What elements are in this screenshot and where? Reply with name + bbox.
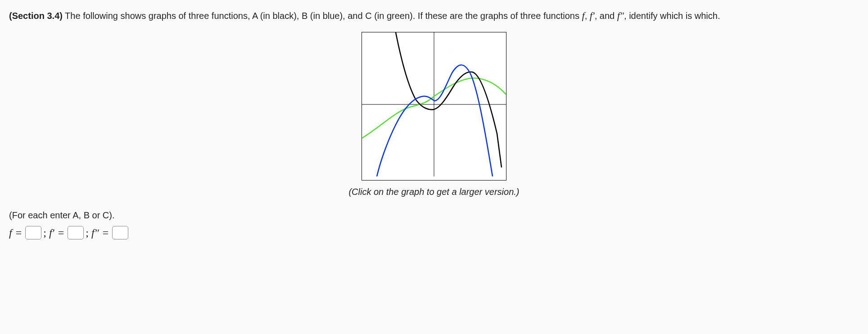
fpp-label: f″	[91, 225, 99, 241]
math-fprime: f′	[590, 10, 595, 21]
answer-row: f = ; f′ = ; f″ =	[9, 225, 859, 241]
f-label: f	[9, 225, 12, 241]
sep-2: ;	[86, 225, 89, 241]
fprime-label: f′	[49, 225, 54, 241]
comma-2: , and	[595, 11, 617, 21]
curve-a-black	[396, 32, 502, 167]
eq-2: =	[58, 225, 64, 241]
fpp-input[interactable]	[112, 226, 128, 239]
math-fpp: f″	[617, 10, 624, 21]
fprime-input[interactable]	[68, 226, 84, 239]
comma-1: ,	[585, 11, 590, 21]
section-label: (Section 3.4)	[9, 11, 63, 21]
graph-container: (Click on the graph to get a larger vers…	[9, 32, 859, 199]
curve-b-blue	[377, 65, 493, 176]
sep-1: ;	[43, 225, 46, 241]
intro-text-1: The following shows graphs of three func…	[63, 11, 582, 21]
intro-text-2: , identify which is which.	[624, 11, 720, 21]
instruction-text: (For each enter A, B or C).	[9, 208, 859, 222]
f-input[interactable]	[25, 226, 41, 239]
graph-svg	[362, 32, 506, 176]
graph-image[interactable]	[362, 32, 506, 181]
eq-1: =	[16, 225, 22, 241]
eq-3: =	[103, 225, 109, 241]
question-text: (Section 3.4) The following shows graphs…	[9, 8, 859, 23]
graph-caption: (Click on the graph to get a larger vers…	[9, 185, 859, 199]
